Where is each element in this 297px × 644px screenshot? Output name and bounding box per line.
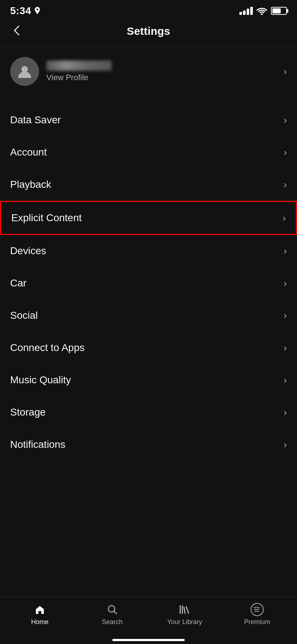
nav-item-library[interactable]: Your Library [163, 603, 206, 626]
signal-icon [239, 7, 253, 15]
svg-rect-4 [182, 605, 183, 614]
settings-label-playback: Playback [10, 179, 51, 190]
location-icon [34, 7, 41, 15]
settings-label-car: Car [10, 277, 26, 289]
page-title: Settings [127, 25, 170, 37]
library-icon [178, 603, 191, 616]
settings-item-car[interactable]: Car› [0, 267, 297, 300]
settings-chevron-notifications: › [284, 439, 287, 450]
settings-list: Data Saver›Account›Playback›Explicit Con… [0, 104, 297, 461]
svg-rect-6 [185, 606, 189, 614]
profile-section[interactable]: View Profile › [0, 46, 297, 97]
nav-item-search[interactable]: Search [91, 603, 134, 626]
settings-label-data-saver: Data Saver [10, 114, 61, 126]
settings-chevron-explicit-content: › [283, 212, 286, 224]
avatar [10, 57, 39, 86]
svg-line-2 [114, 611, 117, 614]
nav-label-home: Home [31, 618, 49, 626]
status-time: 5:34 [10, 5, 31, 17]
home-indicator [112, 639, 185, 641]
settings-item-account[interactable]: Account› [0, 136, 297, 169]
settings-chevron-account: › [284, 147, 287, 158]
battery-icon [271, 7, 287, 15]
status-bar: 5:34 [0, 0, 297, 20]
wifi-icon [256, 7, 267, 15]
settings-label-devices: Devices [10, 245, 46, 257]
settings-item-playback[interactable]: Playback› [0, 169, 297, 201]
nav-label-library: Your Library [167, 618, 202, 626]
settings-chevron-devices: › [284, 245, 287, 257]
view-profile-label: View Profile [46, 73, 88, 82]
settings-item-devices[interactable]: Devices› [0, 235, 297, 267]
nav-item-premium[interactable]: Premium [235, 603, 279, 626]
settings-label-connect-to-apps: Connect to Apps [10, 342, 84, 354]
spotify-icon [251, 603, 264, 616]
settings-label-social: Social [10, 310, 38, 321]
nav-item-home[interactable]: Home [18, 603, 62, 626]
profile-chevron-icon: › [284, 66, 287, 77]
svg-rect-5 [183, 607, 185, 614]
search-icon [106, 603, 119, 616]
settings-label-explicit-content: Explicit Content [11, 212, 82, 224]
profile-name-blurred [46, 61, 112, 71]
settings-label-notifications: Notifications [10, 439, 66, 450]
settings-item-social[interactable]: Social› [0, 300, 297, 332]
svg-rect-3 [180, 605, 181, 614]
nav-label-premium: Premium [244, 618, 270, 626]
settings-chevron-car: › [284, 278, 287, 289]
page-content: View Profile › Data Saver›Account›Playba… [0, 46, 297, 512]
settings-label-music-quality: Music Quality [10, 374, 71, 386]
settings-item-notifications[interactable]: Notifications› [0, 429, 297, 461]
settings-chevron-data-saver: › [284, 115, 287, 126]
settings-item-data-saver[interactable]: Data Saver› [0, 104, 297, 136]
settings-item-connect-to-apps[interactable]: Connect to Apps› [0, 332, 297, 364]
person-icon [17, 63, 33, 79]
settings-chevron-storage: › [284, 407, 287, 418]
settings-chevron-social: › [284, 310, 287, 321]
home-icon [33, 603, 46, 616]
settings-item-music-quality[interactable]: Music Quality› [0, 364, 297, 396]
status-icons [239, 7, 287, 15]
settings-chevron-music-quality: › [284, 375, 287, 386]
settings-label-storage: Storage [10, 406, 46, 418]
settings-item-explicit-content[interactable]: Explicit Content› [0, 201, 297, 235]
settings-header: Settings [0, 20, 297, 46]
settings-chevron-connect-to-apps: › [284, 342, 287, 354]
status-time-area: 5:34 [10, 5, 41, 17]
settings-label-account: Account [10, 146, 47, 158]
settings-item-storage[interactable]: Storage› [0, 396, 297, 429]
bottom-nav: Home Search Your Library [0, 597, 297, 644]
settings-chevron-playback: › [284, 179, 287, 190]
back-button[interactable] [10, 22, 23, 41]
nav-label-search: Search [102, 618, 122, 626]
